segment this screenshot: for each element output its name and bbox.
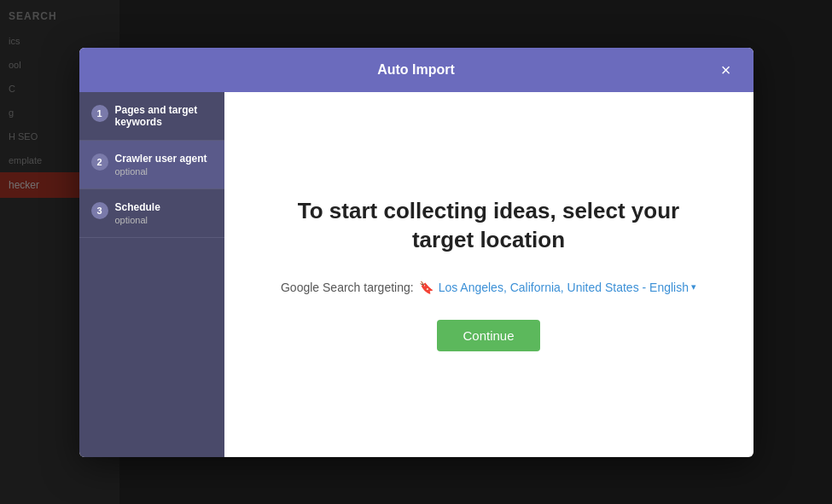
chevron-down-icon: ▾ bbox=[691, 281, 696, 293]
continue-button[interactable]: Continue bbox=[437, 320, 539, 351]
modal-step-1[interactable]: 1 Pages and target keywords bbox=[79, 92, 224, 141]
modal: Auto Import × 1 Pages and target keyword… bbox=[79, 48, 753, 457]
modal-body: 1 Pages and target keywords 2 Crawler us… bbox=[79, 92, 753, 457]
modal-header: Auto Import × bbox=[79, 48, 753, 92]
modal-main-content: To start collecting ideas, select your t… bbox=[224, 92, 753, 457]
targeting-location-text: Los Angeles, California, United States -… bbox=[439, 281, 689, 294]
modal-heading: To start collecting ideas, select your t… bbox=[267, 197, 711, 255]
step-2-label: Crawler user agent bbox=[115, 153, 207, 165]
modal-overlay: Auto Import × 1 Pages and target keyword… bbox=[0, 0, 832, 504]
step-3-sub: optional bbox=[115, 215, 160, 225]
modal-steps-panel: 1 Pages and target keywords 2 Crawler us… bbox=[79, 92, 224, 457]
step-2-sub: optional bbox=[115, 166, 207, 177]
targeting-label: Google Search targeting: bbox=[281, 281, 414, 294]
targeting-row: Google Search targeting: 🔖 Los Angeles, … bbox=[281, 281, 696, 294]
step-2-text: Crawler user agent optional bbox=[115, 153, 207, 177]
location-icon: 🔖 bbox=[419, 281, 433, 294]
step-1-text: Pages and target keywords bbox=[115, 104, 212, 128]
step-1-number: 1 bbox=[91, 105, 108, 122]
step-3-label: Schedule bbox=[115, 201, 160, 213]
modal-step-3[interactable]: 3 Schedule optional bbox=[79, 189, 224, 238]
step-3-text: Schedule optional bbox=[115, 201, 160, 225]
step-3-number: 3 bbox=[91, 202, 108, 219]
step-1-label: Pages and target keywords bbox=[115, 104, 212, 128]
targeting-location-link[interactable]: Los Angeles, California, United States -… bbox=[439, 281, 696, 294]
close-button[interactable]: × bbox=[716, 60, 736, 80]
modal-title: Auto Import bbox=[117, 62, 716, 78]
modal-step-2[interactable]: 2 Crawler user agent optional bbox=[79, 141, 224, 189]
step-2-number: 2 bbox=[91, 154, 108, 171]
